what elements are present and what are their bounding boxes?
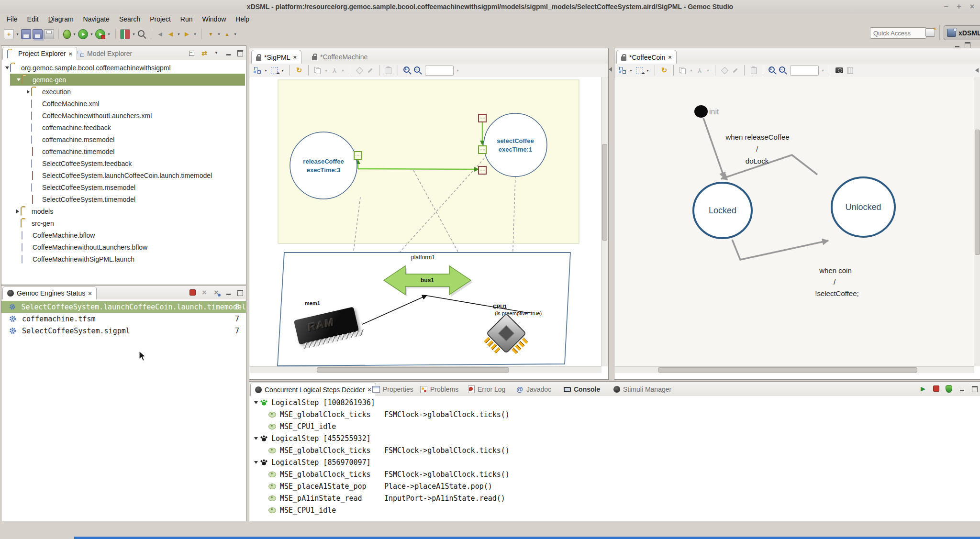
refresh-icon[interactable] [660, 66, 668, 75]
tab-concurrent-logical-steps-decider[interactable]: Concurrent Logical Steps Decider × [250, 383, 376, 396]
zoom-out-icon[interactable]: − [779, 66, 787, 75]
coverage-dropdown-icon[interactable]: ▾ [132, 32, 136, 36]
mse-row[interactable]: MSE_placeA1State_pop Place->placeA1State… [249, 480, 980, 492]
menu-file[interactable]: File [2, 13, 22, 25]
collapse-toolbar-icon[interactable] [975, 68, 979, 73]
collapse-editor-icon[interactable] [609, 67, 612, 72]
menu-window[interactable]: Window [198, 13, 231, 25]
mse-row[interactable]: MSE_globalClock_ticks FSMClock->globalCl… [249, 468, 980, 480]
output-port[interactable] [354, 152, 362, 159]
tab-model-explorer[interactable]: Model Explorer [73, 47, 136, 60]
edit-mode-icon[interactable] [366, 66, 374, 75]
mse-row[interactable]: MSE_CPU1_idle [249, 504, 980, 516]
menu-edit[interactable]: Edit [22, 13, 44, 25]
selection-mode-icon[interactable] [271, 67, 278, 74]
tree-item-scs-msemodel[interactable]: SelectCoffeeSystem.msemodel [2, 181, 245, 193]
tab-console[interactable]: Console [559, 383, 604, 396]
scrollbar-thumb[interactable] [975, 130, 980, 255]
external-tools-icon[interactable] [95, 29, 105, 39]
close-icon[interactable]: × [69, 50, 73, 57]
tree-item-bflow[interactable]: CoffeeMachine.bflow [2, 229, 245, 241]
paste-layout-icon[interactable] [384, 66, 393, 75]
zoom-dropdown-icon[interactable]: ▾ [821, 68, 825, 73]
mse-row[interactable]: MSE_globalClock_ticks FSMClock->globalCl… [249, 408, 980, 420]
engine-row[interactable]: SelectCoffeeSystem.sigpml 7 [1, 325, 246, 337]
collapse-arrow-icon[interactable] [25, 90, 31, 94]
collapse-arrow-icon[interactable] [15, 209, 21, 213]
menu-run[interactable]: Run [176, 13, 198, 25]
zoom-in-icon[interactable]: + [768, 66, 777, 75]
stop-icon[interactable] [933, 385, 939, 392]
resume-icon[interactable] [919, 385, 927, 393]
save-icon[interactable] [21, 29, 31, 39]
tab-javadoc[interactable]: Javadoc [512, 383, 556, 396]
tree-item-project[interactable]: org.gemoc.sample.bcool.coffeemachinewith… [2, 62, 245, 74]
transition-selectcoffee[interactable] [732, 240, 828, 260]
edit-mode-icon[interactable] [731, 66, 739, 75]
engine-shield-icon[interactable] [946, 385, 952, 393]
back-dropdown-icon[interactable]: ▾ [177, 32, 181, 36]
tab-stimuli-manager[interactable]: Stimuli Manager [609, 383, 676, 396]
menu-diagram[interactable]: Diagram [44, 13, 78, 25]
zoom-in-icon[interactable]: + [403, 66, 412, 75]
initial-transition[interactable] [703, 118, 724, 178]
expand-arrow-icon[interactable] [253, 401, 259, 404]
logical-step-row[interactable]: LogicalStep [856970097] [249, 456, 980, 468]
stop-engine-icon[interactable] [189, 289, 196, 296]
pin-icon[interactable] [355, 66, 364, 75]
maximize-icon[interactable] [971, 385, 979, 393]
vertical-scrollbar[interactable] [601, 77, 608, 366]
scrollbar-thumb[interactable] [658, 367, 917, 373]
tree-item-scs-launch-timemodel[interactable]: SelectCoffeeSystem.launchCoffeeCoin.laun… [2, 169, 245, 181]
copy-dropdown-icon[interactable]: ▾ [324, 68, 328, 73]
tree-item-coffeemachine-xml[interactable]: CoffeeMachine.xml [2, 98, 245, 110]
menu-help[interactable]: Help [231, 13, 254, 25]
sigp­ml-canvas[interactable]: platform1 bus1 releaseCoffee execTime:3 … [250, 77, 601, 366]
mse-row[interactable]: MSE_globalClock_ticks FSMClock->globalCl… [249, 444, 980, 456]
menu-project[interactable]: Project [145, 13, 176, 25]
run-icon[interactable] [78, 29, 88, 39]
print-icon[interactable] [44, 29, 54, 39]
copy-appearance-icon[interactable] [313, 66, 322, 75]
maximize-icon[interactable] [236, 49, 244, 57]
paste-layout-icon[interactable] [749, 66, 758, 75]
scrollbar-thumb[interactable] [317, 367, 509, 373]
input-port[interactable] [479, 146, 486, 154]
previous-annotation-dropdown-icon[interactable]: ▾ [233, 32, 237, 36]
window-minimize-button[interactable]: − [944, 2, 948, 11]
close-icon[interactable]: × [88, 290, 92, 297]
tree-item-scs-feedback[interactable]: SelectCoffeeSystem.feedback [2, 157, 245, 169]
distribute-dropdown-icon[interactable]: ▾ [341, 68, 345, 73]
zoom-out-icon[interactable]: − [413, 66, 422, 75]
tree-item-launch[interactable]: CoffeeMachinewithSigPML.launch [2, 253, 245, 265]
engine-row[interactable]: coffemachine.tfsm 7 [1, 313, 246, 325]
distribute-icon[interactable] [695, 66, 704, 75]
layout-dropdown-icon[interactable]: ▾ [264, 68, 268, 73]
distribute-dropdown-icon[interactable]: ▾ [706, 68, 710, 73]
selection-dropdown-icon[interactable]: ▾ [646, 68, 650, 73]
close-icon[interactable]: × [293, 54, 297, 61]
engine-row[interactable]: SelectCoffeeSystem.launchCoffeeCoin.laun… [1, 301, 246, 313]
distribute-icon[interactable] [330, 66, 339, 75]
maximize-icon[interactable] [236, 289, 244, 297]
last-edit-location-icon[interactable] [156, 30, 165, 39]
menu-navigate[interactable]: Navigate [78, 13, 114, 25]
tree-item-bflow-wol[interactable]: CoffeeMachinewithoutLaunchers.bflow [2, 241, 245, 253]
tree-item-execution[interactable]: execution [2, 86, 245, 98]
grid-icon[interactable] [846, 66, 854, 75]
input-port[interactable] [479, 166, 486, 174]
selection-dropdown-icon[interactable]: ▾ [280, 68, 285, 73]
tab-gemoc-engines-status[interactable]: Gemoc Engines Status × [2, 286, 97, 299]
external-tools-dropdown-icon[interactable]: ▾ [107, 32, 111, 36]
zoom-dropdown-icon[interactable]: ▾ [456, 68, 460, 73]
initial-state[interactable] [694, 105, 708, 118]
input-port[interactable] [479, 114, 486, 122]
dispose-all-engines-icon[interactable] [212, 289, 220, 297]
forward-dropdown-icon[interactable]: ▾ [193, 32, 197, 36]
logical-step-row[interactable]: LogicalStep [455255932] [249, 432, 980, 444]
window-maximize-button[interactable]: + [957, 2, 961, 11]
tree-item-gemoc-gen[interactable]: gemoc-gen [10, 74, 245, 86]
actor-selectcoffee[interactable] [484, 113, 547, 176]
title-bar[interactable]: xDSML - platform:/resource/org.gemoc.sam… [0, 0, 980, 13]
link-with-editor-icon[interactable] [200, 49, 208, 57]
